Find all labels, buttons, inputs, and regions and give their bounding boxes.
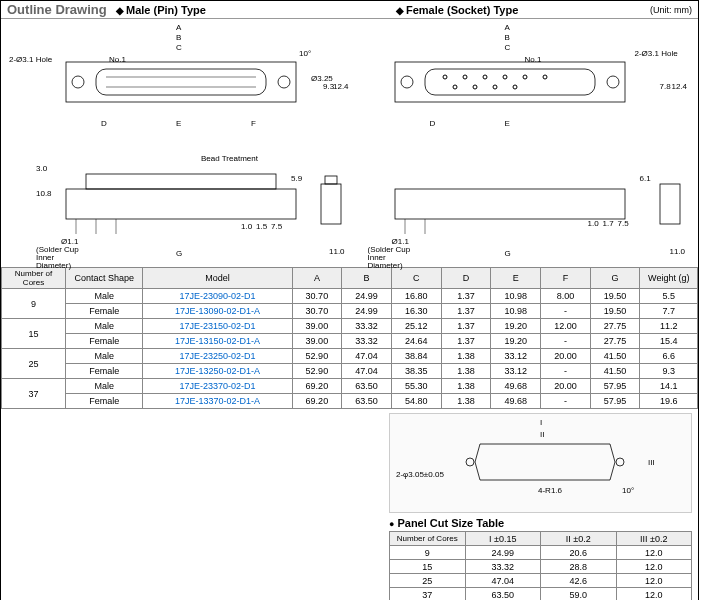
male-side-view: [56, 159, 316, 249]
cell-model[interactable]: 17JE-13150-02-D1-A: [143, 334, 292, 349]
cell-model[interactable]: 17JE-23150-02-D1: [143, 319, 292, 334]
cell-B: 33.32: [342, 319, 392, 334]
solder-label-f: (Solder Cup Inner Diameter): [368, 246, 423, 270]
cell-A: 39.00: [292, 319, 342, 334]
table-row: 25Male17JE-23250-02-D152.9047.0438.841.3…: [2, 349, 698, 364]
svg-rect-1: [96, 69, 266, 95]
svg-rect-6: [66, 189, 296, 219]
cell-C: 38.84: [391, 349, 441, 364]
cell-D: 1.37: [441, 319, 491, 334]
cell-A: 30.70: [292, 289, 342, 304]
cell-model[interactable]: 17JE-13090-02-D1-A: [143, 304, 292, 319]
panel-cut-title: ●Panel Cut Size Table: [389, 517, 692, 529]
dim-B-f: B: [505, 33, 510, 42]
cell-F: 12.00: [541, 319, 591, 334]
cell-weight: 15.4: [640, 334, 698, 349]
svg-rect-13: [395, 62, 625, 102]
th-E: E: [491, 268, 541, 289]
cell-D: 1.37: [441, 334, 491, 349]
dim-G-f: G: [505, 249, 511, 258]
cell-shape: Female: [66, 364, 143, 379]
cell-B: 63.50: [342, 379, 392, 394]
cell-G: 19.50: [590, 304, 640, 319]
dim-A: A: [176, 23, 181, 32]
cell-G: 57.95: [590, 394, 640, 409]
cell-E: 10.98: [491, 289, 541, 304]
dim-F: F: [251, 119, 256, 128]
cell-weight: 6.6: [640, 349, 698, 364]
diamond-icon: ◆: [116, 5, 124, 16]
panel-right: I II III 2-φ3.05±0.05 4-R1.6 10° ●Panel …: [383, 409, 698, 600]
svg-rect-30: [660, 184, 680, 224]
cell-model[interactable]: 17JE-23090-02-D1: [143, 289, 292, 304]
dim-E: E: [176, 119, 181, 128]
cell-D: 1.37: [441, 289, 491, 304]
svg-rect-7: [86, 174, 276, 189]
cell-model[interactable]: 17JE-13370-02-D1-A: [143, 394, 292, 409]
dim-C-f: C: [505, 43, 511, 52]
cell-weight: 5.5: [640, 289, 698, 304]
hole-label: 2-Ø3.1 Hole: [9, 55, 52, 64]
male-type-label: ◆Male (Pin) Type: [116, 4, 336, 16]
dim-C: C: [176, 43, 182, 52]
outline-title: Outline Drawing: [1, 2, 116, 17]
cell-model[interactable]: 17JE-23250-02-D1: [143, 349, 292, 364]
cell-E: 33.12: [491, 364, 541, 379]
cell-shape: Male: [66, 289, 143, 304]
cell-D: 1.37: [441, 304, 491, 319]
female-side-view: [385, 169, 645, 249]
cell-E: 19.20: [491, 334, 541, 349]
cell-model[interactable]: 17JE-23370-02-D1: [143, 379, 292, 394]
th-G: G: [590, 268, 640, 289]
dim-I: I: [540, 418, 542, 427]
diamond-icon: ◆: [396, 5, 404, 16]
svg-rect-11: [321, 184, 341, 224]
cell-G: 57.95: [590, 379, 640, 394]
cell-weight: 11.2: [640, 319, 698, 334]
th-model: Model: [143, 268, 292, 289]
cell-C: 55.30: [391, 379, 441, 394]
cell-III: 12.0: [616, 588, 692, 601]
th-cores: Number of Cores: [2, 268, 66, 289]
cell-F: -: [541, 364, 591, 379]
cell-E: 49.68: [491, 379, 541, 394]
svg-point-21: [523, 75, 527, 79]
cell-F: -: [541, 334, 591, 349]
no1-label-f: No.1: [525, 55, 542, 64]
pth-III: III ±0.2: [616, 532, 692, 546]
svg-point-17: [443, 75, 447, 79]
dim-110: 11.0: [329, 247, 345, 256]
cell-D: 1.38: [441, 349, 491, 364]
dim-124-f: 12.4: [672, 82, 688, 91]
cell-F: -: [541, 394, 591, 409]
dim-124: 12.4: [333, 82, 349, 91]
ten-deg: 10°: [299, 49, 311, 58]
svg-point-16: [607, 76, 619, 88]
cell-cores: 9: [2, 289, 66, 319]
cell-model[interactable]: 17JE-13250-02-D1-A: [143, 364, 292, 379]
cell-D: 1.38: [441, 379, 491, 394]
svg-point-26: [513, 85, 517, 89]
dim-A-f: A: [505, 23, 510, 32]
cell-II: 28.8: [541, 560, 617, 574]
svg-rect-27: [395, 189, 625, 219]
drawings-area: A B C 2-Ø3.1 Hole No.1 10° D E F Ø3.25 9…: [1, 19, 698, 267]
dim-G: G: [176, 249, 182, 258]
cell-I: 33.32: [465, 560, 541, 574]
cell-F: 8.00: [541, 289, 591, 304]
svg-point-23: [453, 85, 457, 89]
cell-B: 63.50: [342, 394, 392, 409]
circle-icon: ●: [389, 519, 394, 529]
table-row: 37Male17JE-23370-02-D169.2063.5055.301.3…: [2, 379, 698, 394]
cell-B: 33.32: [342, 334, 392, 349]
cell-shape: Male: [66, 379, 143, 394]
svg-point-2: [72, 76, 84, 88]
cell-A: 69.20: [292, 379, 342, 394]
cell-cores: 37: [2, 379, 66, 409]
cell-shape: Female: [66, 394, 143, 409]
dim-E-f: E: [505, 119, 510, 128]
cell-B: 47.04: [342, 349, 392, 364]
cell-E: 10.98: [491, 304, 541, 319]
table-row: Female17JE-13150-02-D1-A39.0033.3224.641…: [2, 334, 698, 349]
cell-I: 47.04: [465, 574, 541, 588]
